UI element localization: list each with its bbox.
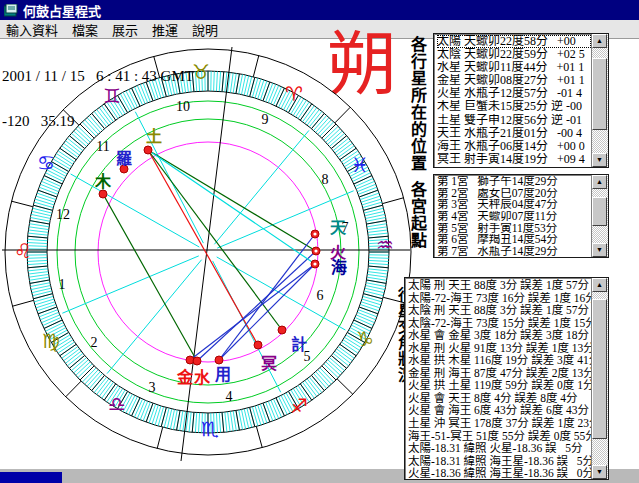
planet-dot-jupiter [99, 190, 107, 198]
list-row[interactable]: 火星 會 海王 6度 43分 誤差 6度 43分 [408, 404, 591, 417]
list-row[interactable]: 第 4宮 天蠍卯07度11分 [437, 211, 591, 223]
list-row[interactable]: 火星 拱 土星 119度 59分 誤差 0度 1分 [408, 379, 591, 392]
list-row[interactable]: 海王-51-冥王 51度 55分 誤差 0度 55分 [408, 430, 591, 443]
hash-cell-border [250, 408, 255, 427]
hash-tick [36, 302, 55, 308]
list-row[interactable]: 火星 會 天王 8度 4分 誤差 8度 4分 [408, 392, 591, 405]
scrollbar-thumb[interactable] [592, 299, 607, 439]
hash-tick [316, 372, 329, 387]
hash-tick [326, 362, 341, 376]
list-row[interactable]: 太陰 天蠍卯22度59分 +02 5 [437, 48, 591, 61]
positions-listbox[interactable]: 太陽 天蠍卯22度58分 +00太陰 天蠍卯22度59分 +02 5水星 天蠍卯… [433, 33, 609, 168]
zodiac-glyph-cancer: ♋ [37, 151, 55, 175]
chart-datetime: 2001 / 11 / 15 6 : 41 : 43 GMT -120 35.1… [2, 39, 194, 144]
hash-tick [324, 364, 338, 378]
planet-dot-ketu [278, 326, 286, 334]
aspects-scrollbar[interactable]: ▲ ▼ [591, 278, 608, 479]
zodiac-glyph-virgo: ♍ [42, 329, 60, 353]
hash-tick [324, 126, 338, 140]
hash-tick [367, 224, 387, 227]
hash-tick [219, 413, 220, 433]
planet-dot-pluto [254, 341, 262, 349]
list-row[interactable]: 太陽-18.31 緯照 海王星-18.36 誤 5分 [408, 455, 591, 468]
hash-tick [369, 260, 389, 261]
hash-tick [260, 404, 267, 423]
list-row[interactable]: 水星 會 金星 3度 18分 誤差 3度 18分 [408, 329, 591, 342]
list-row[interactable]: 太陰-72-海王 73度 15分 誤差 1度 15分 [408, 317, 591, 330]
sign-boundary [12, 300, 33, 306]
hash-tick [34, 202, 53, 208]
list-row[interactable]: 冥王 射手寅14度19分 +09 4 [437, 153, 591, 166]
list-row[interactable]: 水星 拱 木星 116度 19分 誤差 3度 41分 [408, 354, 591, 367]
hash-cell-border [33, 205, 52, 210]
house-number-3: 3 [149, 380, 156, 395]
hash-tick [360, 304, 379, 311]
scroll-down-button[interactable]: ▼ [592, 243, 607, 257]
hash-tick [228, 412, 230, 432]
list-row[interactable]: 水星 天蠍卯11度44分 +01 1 [437, 61, 591, 74]
scrollbar-thumb[interactable] [592, 197, 607, 226]
hash-tick [233, 73, 236, 93]
houses-listbox[interactable]: 第 1宮 獅子午14度29分第 2宮 處女巳07度20分第 3宮 天秤辰04度4… [433, 174, 609, 258]
hash-tick [318, 120, 332, 135]
list-row[interactable]: 水星 刑 火星 91度 13分 誤差 1度 13分 [408, 342, 591, 355]
list-row[interactable]: 太陰 刑 天王 88度 3分 誤差 1度 57分 [408, 304, 591, 317]
hash-tick [85, 370, 99, 385]
scroll-up-button[interactable]: ▲ [592, 34, 607, 48]
hash-tick [87, 372, 100, 387]
hash-cell-border [146, 403, 153, 422]
positions-scrollbar[interactable]: ▲ ▼ [591, 34, 608, 167]
list-row[interactable]: 第 6宮 摩羯丑14度54分 [437, 234, 591, 246]
list-row[interactable]: 天王 水瓶子21度01分 -00 4 [437, 127, 591, 140]
hash-tick [258, 80, 264, 99]
hash-tick [357, 184, 376, 191]
list-row[interactable]: 第 5宮 射手寅11度53分 [437, 223, 591, 235]
scroll-down-button[interactable]: ▼ [592, 465, 607, 479]
list-row[interactable]: 木星 巨蟹未15度25分 逆 -00 [437, 100, 591, 113]
list-row[interactable]: 金星 刑 海王 87度 47分 誤差 2度 13分 [408, 367, 591, 380]
hash-cell-border [250, 77, 255, 96]
scroll-up-button[interactable]: ▲ [592, 278, 607, 292]
hash-tick [140, 401, 147, 420]
aspects-listbox[interactable]: 太陽 刑 天王 88度 3分 誤差 1度 57分太陽-72-海王 73度 16分… [404, 277, 609, 480]
list-row[interactable]: 土星 雙子申12度56分 逆 -01 [437, 114, 591, 127]
hash-cell-border [161, 408, 166, 427]
hash-cell-border [80, 366, 94, 380]
scrollbar-thumb[interactable] [592, 58, 607, 130]
list-row[interactable]: 太陽 天蠍卯22度58分 +00 [437, 35, 591, 48]
hash-tick [358, 310, 377, 317]
list-row[interactable]: 太陽 刑 天王 88度 3分 誤差 1度 57分 [408, 279, 591, 292]
list-row[interactable]: 海王 水瓶子06度14分 +00 0 [437, 140, 591, 153]
hash-tick [360, 193, 379, 200]
hash-tick [39, 310, 58, 317]
houses-scrollbar[interactable]: ▲ ▼ [591, 175, 608, 257]
hash-cell-border [236, 411, 239, 431]
list-row[interactable]: 太陽-18.31 緯照 火星-18.36 誤 5分 [408, 442, 591, 455]
hash-tick [367, 274, 387, 277]
list-row[interactable]: 太陽-72-海王 73度 16分 誤差 1度 16分 [408, 292, 591, 305]
planet-label: 金 [176, 368, 194, 386]
scroll-down-button[interactable]: ▼ [592, 153, 607, 167]
hash-tick [266, 83, 273, 102]
list-row[interactable]: 金星 天蠍卯08度27分 +01 1 [437, 74, 591, 87]
hash-tick [35, 299, 54, 305]
hash-tick [37, 193, 56, 200]
list-row[interactable]: 火星 水瓶子12度57分 -01 4 [437, 87, 591, 100]
scroll-up-button[interactable]: ▲ [592, 175, 607, 189]
zodiac-glyph-capricorn: ♑ [356, 327, 374, 351]
house-number-4: 4 [226, 389, 233, 404]
list-row[interactable]: 第 3宮 天秤辰04度47分 [437, 199, 591, 211]
hash-tick [233, 411, 236, 431]
list-row[interactable]: 第 1宮 獅子午14度29分 [437, 176, 591, 188]
hash-tick [326, 129, 341, 143]
list-row[interactable]: 火星-18.36 緯照 海王星-18.36 誤 0分 [408, 467, 591, 479]
hash-tick [219, 71, 220, 91]
hash-tick [34, 296, 53, 302]
planet-dot-center [314, 249, 317, 252]
hash-tick [73, 360, 88, 373]
list-row[interactable]: 土星 沖 冥王 178度 37分 誤差 1度 23分 [408, 417, 591, 430]
hash-tick [29, 274, 49, 277]
list-row[interactable]: 第 2宮 處女巳07度20分 [437, 188, 591, 200]
hash-tick [158, 407, 164, 426]
list-row[interactable]: 第 7宮 水瓶子14度29分 [437, 246, 591, 257]
